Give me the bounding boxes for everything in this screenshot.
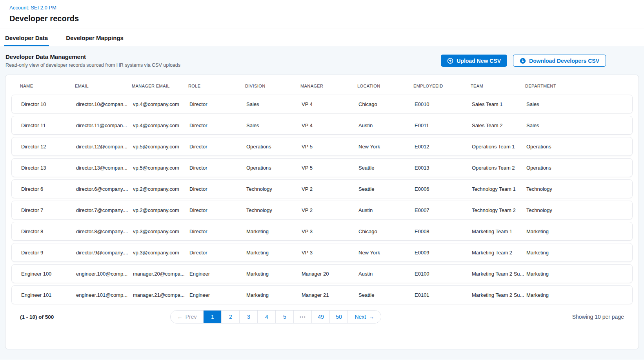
section-title: Developer Data Management — [5, 53, 180, 60]
cell-manager-email: vp.3@company.com — [133, 228, 189, 234]
page-button-49[interactable]: 49 — [312, 311, 330, 323]
table-row: Director 9 director.9@company.... vp.3@c… — [11, 243, 633, 262]
cell-division: Technology — [246, 186, 302, 192]
cell-location: Seattle — [358, 165, 415, 171]
cell-role: Engineer — [189, 292, 246, 298]
upload-csv-button[interactable]: Upload New CSV — [441, 55, 507, 67]
cell-division: Marketing — [246, 292, 302, 298]
header-cell: NAME — [20, 84, 75, 88]
section-header: Developer Data Management Read-only view… — [5, 53, 639, 75]
cell-location: New York — [358, 144, 415, 150]
cell-manager-email: vp.4@company.com — [133, 122, 189, 128]
table-body: Director 10 director.10@compan... vp.4@c… — [11, 95, 633, 304]
cell-name: Engineer 100 — [21, 271, 76, 277]
cell-department: Operations — [526, 165, 623, 171]
cell-email: director.8@company.... — [76, 228, 133, 234]
download-icon — [520, 58, 526, 64]
account-link[interactable]: Account: SEI 2.0 PM — [9, 5, 56, 11]
table-row: Director 13 director.13@compan... vp.5@c… — [11, 158, 633, 177]
cell-team: Marketing Team 2 Su... — [472, 292, 526, 298]
prev-button[interactable]: ← Prev — [171, 311, 204, 323]
pagination-range: (1 - 10) of 500 — [20, 314, 54, 320]
cell-employeeid: E0010 — [415, 101, 472, 107]
cell-team: Operations Team 1 — [472, 144, 526, 150]
cell-team: Technology Team 2 — [472, 207, 526, 213]
cell-role: Director — [189, 228, 246, 234]
page-button-3[interactable]: 3 — [240, 311, 258, 323]
cell-manager: VP 5 — [302, 165, 358, 171]
cell-manager: VP 2 — [302, 207, 358, 213]
header-cell: MANAGER — [300, 84, 357, 88]
cell-role: Director — [189, 186, 246, 192]
cell-department: Technology — [526, 186, 623, 192]
cell-manager-email: vp.5@company.com — [133, 144, 189, 150]
cell-email: director.13@compan... — [76, 165, 133, 171]
cell-manager-email: vp.2@company.com — [133, 207, 189, 213]
page-button-5[interactable]: 5 — [276, 311, 294, 323]
cell-employeeid: E0013 — [415, 165, 472, 171]
cell-name: Director 8 — [21, 228, 76, 234]
cell-email: engineer.100@comp... — [76, 271, 133, 277]
cell-department: Marketing — [526, 271, 623, 277]
cell-name: Director 6 — [21, 186, 76, 192]
cell-email: director.10@compan... — [76, 101, 133, 107]
cell-department: Technology — [526, 207, 623, 213]
table-row: Director 6 director.6@company.... vp.2@c… — [11, 179, 633, 198]
download-csv-button[interactable]: Download Developers CSV — [513, 55, 606, 67]
cell-manager-email: manager.20@compa... — [133, 271, 189, 277]
header-cell: LOCATION — [357, 84, 413, 88]
cell-department: Sales — [526, 101, 623, 107]
next-button[interactable]: Next → — [348, 311, 381, 323]
header-cell: DIVISION — [245, 84, 300, 88]
cell-role: Engineer — [189, 271, 246, 277]
table-footer: (1 - 10) of 500 ← Prev 1 2 3 4 5 ••• 49 … — [11, 310, 633, 323]
cell-email: director.7@company.... — [76, 207, 133, 213]
cell-team: Marketing Team 2 Su... — [472, 271, 526, 277]
cell-location: New York — [358, 250, 415, 256]
cell-location: Austin — [358, 122, 415, 128]
cell-manager: VP 3 — [302, 228, 358, 234]
header-cell: ROLE — [188, 84, 245, 88]
cell-email: director.9@company.... — [76, 250, 133, 256]
header-cell: MANAGER EMAIL — [132, 84, 188, 88]
cell-employeeid: E0011 — [415, 122, 472, 128]
cell-employeeid: E0009 — [415, 250, 472, 256]
cell-location: Chicago — [358, 101, 415, 107]
cell-role: Director — [189, 250, 246, 256]
table-row: Director 12 director.12@compan... vp.5@c… — [11, 137, 633, 156]
header-cell: DEPARTMENT — [525, 84, 624, 88]
page-button-2[interactable]: 2 — [222, 311, 240, 323]
pagination: ← Prev 1 2 3 4 5 ••• 49 50 Next → — [170, 310, 382, 323]
cell-manager: Manager 21 — [302, 292, 358, 298]
cell-location: Chicago — [358, 228, 415, 234]
cell-department: Operations — [526, 144, 623, 150]
cell-manager: VP 3 — [302, 250, 358, 256]
cell-name: Director 11 — [21, 122, 76, 128]
cell-division: Operations — [246, 165, 302, 171]
cell-email: director.12@compan... — [76, 144, 133, 150]
cell-team: Technology Team 1 — [472, 186, 526, 192]
cell-role: Director — [189, 122, 246, 128]
header-cell: TEAM — [471, 84, 525, 88]
tab-bar: Developer Data Developer Mappings — [0, 29, 644, 46]
prev-arrow-icon: ← — [177, 314, 183, 320]
cell-email: director.11@compan... — [76, 122, 133, 128]
tab-developer-data[interactable]: Developer Data — [4, 29, 49, 46]
cell-team: Sales Team 1 — [472, 101, 526, 107]
next-arrow-icon: → — [369, 314, 374, 320]
page-button-1[interactable]: 1 — [204, 311, 222, 323]
tab-developer-mappings[interactable]: Developer Mappings — [65, 29, 125, 46]
cell-division: Marketing — [246, 271, 302, 277]
cell-division: Marketing — [246, 228, 302, 234]
download-button-label: Download Developers CSV — [529, 58, 599, 64]
cell-manager-email: vp.4@company.com — [133, 101, 189, 107]
cell-email: director.6@company.... — [76, 186, 133, 192]
table-row: Director 7 director.7@company.... vp.2@c… — [11, 201, 633, 219]
cell-division: Sales — [246, 122, 302, 128]
cell-employeeid: E0006 — [415, 186, 472, 192]
page-button-4[interactable]: 4 — [258, 311, 276, 323]
cell-department: Marketing — [526, 228, 623, 234]
cell-employeeid: E0008 — [415, 228, 472, 234]
cell-employeeid: E0100 — [415, 271, 472, 277]
page-button-50[interactable]: 50 — [330, 311, 348, 323]
